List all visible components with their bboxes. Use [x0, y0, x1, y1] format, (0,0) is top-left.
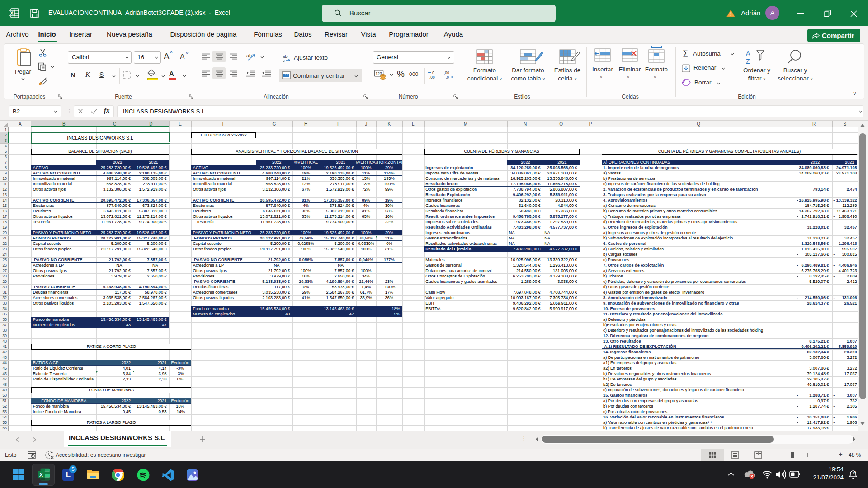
svg-text:,0: ,0 [446, 75, 449, 79]
svg-text:0: 0 [432, 70, 434, 75]
svg-text:c: c [283, 58, 285, 62]
svg-text:Z: Z [746, 58, 750, 65]
svg-text:X: X [10, 11, 14, 16]
svg-text:A: A [746, 50, 750, 57]
svg-text:,00: ,00 [429, 75, 435, 79]
svg-text:z: z [854, 470, 856, 473]
svg-text:X: X [39, 472, 43, 478]
svg-text:,00: ,00 [444, 70, 449, 75]
